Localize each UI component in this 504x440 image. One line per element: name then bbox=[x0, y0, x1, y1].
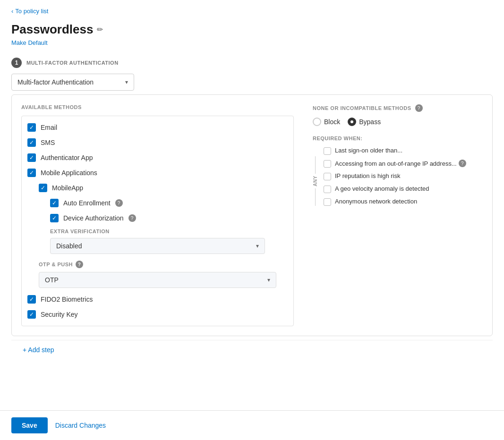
method-sms: ✓ SMS bbox=[22, 135, 293, 150]
checkbox-auto-enrollment[interactable]: ✓ bbox=[50, 199, 59, 207]
condition-anonymous-network: Anonymous network detection bbox=[324, 198, 483, 206]
method-email-label: Email bbox=[41, 124, 57, 131]
checkbox-mobile-applications[interactable]: ✓ bbox=[27, 169, 36, 177]
method-device-authorization-label: Device Authorization bbox=[63, 214, 124, 222]
method-security-key: ✓ Security Key bbox=[22, 307, 293, 322]
condition-ip-reputation-label: IP reputation is high risk bbox=[335, 172, 401, 179]
method-security-key-label: Security Key bbox=[41, 311, 78, 318]
method-mobileapp: ✓ MobileApp bbox=[22, 180, 293, 195]
checkbox-security-key[interactable]: ✓ bbox=[27, 310, 36, 319]
checkbox-geo-velocity[interactable] bbox=[324, 186, 331, 193]
condition-ip-reputation: IP reputation is high risk bbox=[324, 172, 483, 180]
chevron-down-icon: ▾ bbox=[125, 79, 128, 85]
right-panel: NONE OR INCOMPATIBLE METHODS ? Block Byp… bbox=[313, 104, 483, 326]
chevron-left-icon: ‹ bbox=[11, 8, 13, 15]
checkbox-anonymous-network[interactable] bbox=[324, 198, 331, 206]
block-bypass-group: Block Bypass bbox=[313, 118, 483, 126]
method-authenticator-app-label: Authenticator App bbox=[41, 154, 93, 161]
back-link-label: To policy list bbox=[15, 8, 48, 15]
main-content: 1 MULTI-FACTOR AUTHENTICATION Multi-fact… bbox=[0, 54, 504, 410]
condition-anonymous-network-label: Anonymous network detection bbox=[335, 198, 417, 205]
checkbox-ip-reputation[interactable] bbox=[324, 173, 331, 180]
none-incompatible-header: NONE OR INCOMPATIBLE METHODS ? bbox=[313, 104, 483, 112]
none-incompatible-help-icon[interactable]: ? bbox=[415, 104, 423, 112]
add-step[interactable]: + Add step bbox=[11, 340, 493, 359]
condition-out-of-range-ip: Accessing from an out-of-range IP addres… bbox=[324, 160, 483, 168]
extra-verification-chevron-icon: ▾ bbox=[256, 243, 259, 249]
page-header: Passwordless ✏ bbox=[0, 18, 504, 39]
method-device-authorization: ✓ Device Authorization ? bbox=[22, 211, 293, 226]
method-fido2-label: FIDO2 Biometrics bbox=[41, 296, 93, 303]
any-label-container: ANY bbox=[313, 147, 318, 206]
mfa-dropdown[interactable]: Multi-factor Authentication ▾ bbox=[11, 74, 134, 91]
method-fido2: ✓ FIDO2 Biometrics bbox=[22, 292, 293, 307]
out-of-range-ip-help-icon[interactable]: ? bbox=[459, 160, 466, 167]
condition-out-of-range-ip-label: Accessing from an out-of-range IP addres… bbox=[335, 160, 466, 167]
otp-dropdown[interactable]: OTP ▾ bbox=[39, 272, 276, 288]
methods-list: ✓ Email ✓ SMS ✓ Authenticator App bbox=[21, 116, 294, 326]
checkbox-sms[interactable]: ✓ bbox=[27, 138, 36, 147]
conditions-list: Last sign-on older than... Accessing fro… bbox=[324, 147, 483, 206]
otp-chevron-icon: ▾ bbox=[267, 277, 270, 283]
otp-push-section: OTP & PUSH ? bbox=[22, 258, 293, 270]
condition-last-sign-on-label: Last sign-on older than... bbox=[335, 147, 402, 154]
method-mobile-applications-label: Mobile Applications bbox=[41, 169, 97, 177]
mfa-dropdown-wrapper: Multi-factor Authentication ▾ bbox=[11, 74, 493, 91]
extra-verification-label: EXTRA VERIFICATION bbox=[22, 226, 293, 236]
checkbox-device-authorization[interactable]: ✓ bbox=[50, 214, 59, 222]
any-line-bottom bbox=[315, 188, 316, 206]
method-sms-label: SMS bbox=[41, 139, 55, 146]
checkbox-email[interactable]: ✓ bbox=[27, 123, 36, 132]
available-methods-label: AVAILABLE METHODS bbox=[21, 104, 294, 110]
discard-button[interactable]: Discard Changes bbox=[55, 422, 106, 429]
make-default-link[interactable]: Make Default bbox=[11, 39, 48, 46]
checkbox-fido2[interactable]: ✓ bbox=[27, 295, 36, 304]
bypass-option[interactable]: Bypass bbox=[348, 118, 381, 126]
add-step-label: + Add step bbox=[23, 346, 54, 354]
method-auto-enrollment: ✓ Auto Enrollment ? bbox=[22, 195, 293, 211]
method-auto-enrollment-label: Auto Enrollment bbox=[63, 199, 111, 207]
step-badge: 1 bbox=[11, 58, 22, 68]
checkbox-last-sign-on[interactable] bbox=[324, 147, 331, 155]
edit-icon[interactable]: ✏ bbox=[97, 25, 103, 34]
checkbox-authenticator-app[interactable]: ✓ bbox=[27, 153, 36, 162]
otp-push-help-icon[interactable]: ? bbox=[76, 261, 83, 268]
required-when-label: REQUIRED WHEN: bbox=[313, 135, 483, 141]
step1-label: MULTI-FACTOR AUTHENTICATION bbox=[26, 60, 119, 66]
block-option[interactable]: Block bbox=[313, 118, 340, 126]
mfa-card: AVAILABLE METHODS ✓ Email ✓ SMS ✓ bbox=[11, 94, 493, 336]
any-line-top bbox=[315, 156, 316, 174]
block-label: Block bbox=[324, 118, 340, 126]
extra-verification-dropdown[interactable]: Disabled ▾ bbox=[50, 238, 265, 254]
auto-enrollment-help-icon[interactable]: ? bbox=[115, 199, 123, 207]
conditions-area: ANY Last sign-on older than... Accessing… bbox=[313, 147, 483, 206]
method-mobileapp-label: MobileApp bbox=[52, 184, 83, 192]
top-navigation: ‹ To policy list bbox=[0, 0, 504, 18]
method-email: ✓ Email bbox=[22, 120, 293, 135]
step1-header: 1 MULTI-FACTOR AUTHENTICATION bbox=[11, 58, 493, 68]
bypass-radio[interactable] bbox=[348, 118, 356, 126]
extra-verification-value: Disabled bbox=[56, 242, 82, 250]
method-authenticator-app: ✓ Authenticator App bbox=[22, 150, 293, 165]
condition-geo-velocity: A geo velocity anomaly is detected bbox=[324, 185, 483, 193]
any-text: ANY bbox=[313, 174, 318, 188]
checkbox-out-of-range-ip[interactable] bbox=[324, 160, 331, 168]
footer: Save Discard Changes bbox=[0, 410, 504, 440]
otp-push-label: OTP & PUSH bbox=[39, 262, 73, 267]
checkbox-mobileapp[interactable]: ✓ bbox=[39, 184, 47, 192]
condition-last-sign-on: Last sign-on older than... bbox=[324, 147, 483, 155]
method-mobile-applications: ✓ Mobile Applications bbox=[22, 165, 293, 180]
page-title: Passwordless bbox=[11, 22, 93, 37]
otp-value: OTP bbox=[45, 276, 59, 284]
block-radio[interactable] bbox=[313, 118, 321, 126]
bypass-label: Bypass bbox=[359, 118, 381, 126]
device-authorization-help-icon[interactable]: ? bbox=[128, 214, 136, 222]
back-link[interactable]: ‹ To policy list bbox=[11, 8, 493, 15]
make-default-section: Make Default bbox=[0, 39, 504, 54]
mfa-dropdown-label: Multi-factor Authentication bbox=[17, 78, 94, 86]
save-button[interactable]: Save bbox=[11, 417, 48, 433]
left-panel: AVAILABLE METHODS ✓ Email ✓ SMS ✓ bbox=[21, 104, 294, 326]
condition-geo-velocity-label: A geo velocity anomaly is detected bbox=[335, 185, 429, 192]
none-incompatible-label: NONE OR INCOMPATIBLE METHODS bbox=[313, 105, 411, 111]
